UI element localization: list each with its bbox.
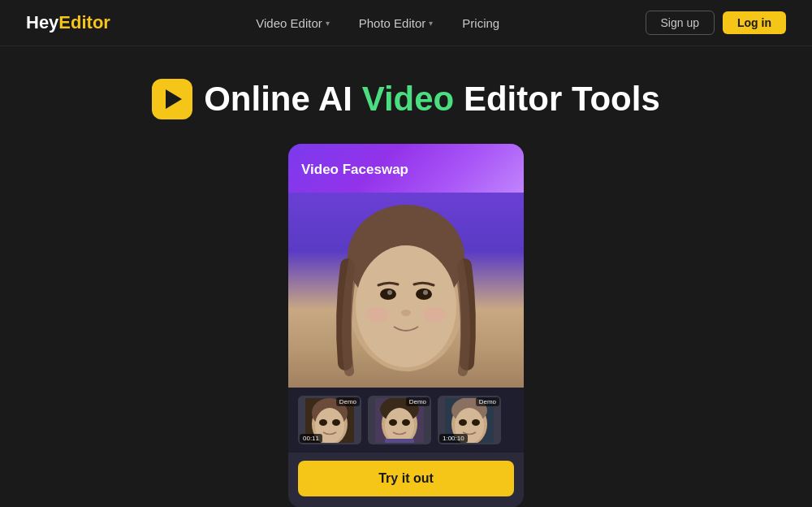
svg-point-5 [387,290,392,295]
card-title: Video Faceswap [301,162,408,178]
main-nav: Video Editor ▾ Photo Editor ▾ Pricing [256,16,499,30]
svg-rect-22 [385,439,414,443]
logo[interactable]: HeyEditor [26,12,110,33]
demo-badge-2: Demo [406,397,430,406]
logo-hey: Hey [26,12,58,33]
signup-button[interactable]: Sign up [646,11,715,35]
hero-title-suffix: Editor Tools [454,80,660,118]
demo-badge-3: Demo [476,397,499,406]
login-button[interactable]: Log in [723,11,786,34]
time-badge-3: 1:00:10 [439,434,468,443]
hero-title: Online AI Video Editor Tools [152,79,660,119]
svg-point-27 [459,419,467,426]
header-actions: Sign up Log in [646,11,786,35]
face-preview-area [288,193,524,388]
nav-video-editor-label: Video Editor [256,16,322,30]
svg-point-14 [319,419,327,426]
svg-point-2 [356,245,456,367]
nav-pricing-label: Pricing [462,16,499,30]
header: HeyEditor Video Editor ▾ Photo Editor ▾ … [0,0,812,46]
svg-point-6 [423,290,428,295]
svg-point-9 [423,306,446,323]
nav-pricing[interactable]: Pricing [462,16,499,30]
nav-photo-editor[interactable]: Photo Editor ▾ [359,16,434,30]
chevron-down-icon: ▾ [429,19,433,28]
thumbnails-row: Demo 00:11 [288,388,524,453]
hero-title-text: Online AI Video Editor Tools [204,80,660,119]
thumbnail-1[interactable]: Demo 00:11 [298,396,361,444]
main-content: Online AI Video Editor Tools Video Faces… [0,46,812,507]
nav-video-editor[interactable]: Video Editor ▾ [256,16,329,30]
logo-editor: Editor [58,12,110,33]
play-triangle-icon [166,89,182,109]
nav-photo-editor-label: Photo Editor [359,16,426,30]
svg-point-15 [332,419,340,426]
play-icon [152,79,192,119]
thumbnail-3[interactable]: Demo 1:00:10 [438,396,501,444]
demo-badge-1: Demo [336,397,360,406]
card-header: Video Faceswap [288,144,524,193]
svg-point-7 [401,310,411,316]
svg-point-28 [472,419,480,426]
face-illustration [288,193,524,388]
faceswap-card: Video Faceswap [288,144,524,507]
chevron-down-icon: ▾ [326,19,330,28]
hero-title-prefix: Online AI [204,80,361,118]
svg-point-8 [366,306,389,323]
try-it-out-button[interactable]: Try it out [298,461,514,496]
svg-point-19 [385,408,414,443]
svg-point-21 [402,419,410,426]
time-badge-1: 00:11 [300,434,322,443]
hero-title-highlight: Video [362,80,455,118]
thumbnail-2[interactable]: Demo [368,396,431,444]
face-svg [333,201,479,379]
svg-point-20 [389,419,397,426]
